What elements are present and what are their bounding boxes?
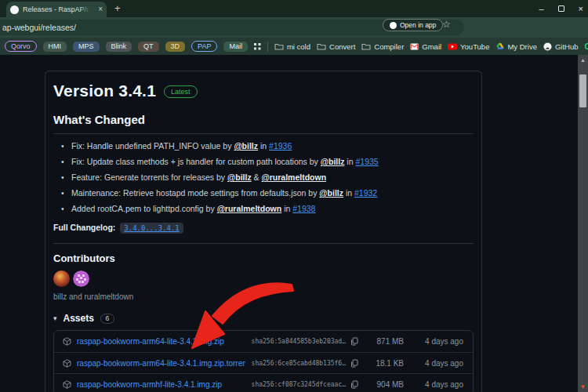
asset-age: 4 days ago [404, 380, 463, 389]
package-icon [63, 380, 74, 389]
asset-size: 18.1 KB [363, 359, 404, 368]
release-card: Version 3.4.1 Latest What's Changed Fix:… [45, 71, 482, 392]
folder-icon [317, 42, 326, 50]
contributors-heading: Contributors [53, 252, 474, 264]
asset-sha: sha256:cf087c3245dfceaac… [245, 381, 346, 388]
bookmarks-divider [267, 42, 268, 52]
caret-down-icon: ▾ [53, 314, 57, 322]
folder-icon [361, 42, 371, 50]
browser-toolbar: ap-webgui/releases/ Open in app ☆ ⋮ [0, 17, 588, 38]
page-content: Version 3.4.1 Latest What's Changed Fix:… [0, 55, 588, 392]
scrollbar-down-icon[interactable]: ▼ [578, 383, 588, 390]
bookmark-assembly[interactable]: C Assembly [585, 42, 588, 51]
changelog-item: Maintenance: Retrieve hostapd mode setti… [61, 188, 474, 198]
whats-changed-heading: What's Changed [53, 113, 474, 134]
contributor-avatar-billz[interactable] [53, 270, 70, 287]
changelog-item: Fix: Handle undefined PATH_INFO value by… [61, 141, 474, 151]
tab-group-qt[interactable]: QT [138, 42, 159, 52]
contributor-names: billz and ruralmeltdown [53, 292, 474, 301]
package-icon [63, 337, 74, 346]
tab-group-pap[interactable]: PAP [191, 41, 217, 52]
assets-count-badge: 6 [100, 314, 114, 324]
asset-sha: sha256:5a844585b3eb203ad… [245, 338, 346, 345]
tab-close-icon[interactable]: × [98, 5, 103, 13]
scrollbar-thumb[interactable] [579, 74, 586, 107]
github-icon [543, 42, 552, 51]
changelog-list: Fix: Handle undefined PATH_INFO value by… [53, 141, 474, 213]
bookmark-youtube[interactable]: YouTube [448, 42, 489, 51]
changelog-item: Fix: Update class methods + js handler f… [61, 157, 474, 166]
release-title: Version 3.4.1 [53, 82, 156, 100]
open-in-app-label: Open in app [400, 21, 436, 29]
folder-icon [274, 42, 284, 50]
full-changelog-label: Full Changelog: [53, 223, 115, 232]
bookmark-github[interactable]: GitHub [543, 42, 579, 51]
bookmark-gmail[interactable]: Gmail [410, 42, 441, 51]
assembly-icon: C [585, 42, 588, 51]
release-footer: Contributors billz and ruralmeltdown ▾ A… [53, 243, 474, 392]
bookmark-grid-icon[interactable] [254, 43, 261, 50]
gmail-icon [410, 43, 419, 50]
contributor-avatar-ruralmeltdown[interactable] [73, 270, 89, 287]
asset-row: raspap-bookworm-armhf-lite-3.4.1.img.zip… [54, 373, 473, 392]
asset-link[interactable]: raspap-bookworm-armhf-lite-3.4.1.img.zip [77, 380, 245, 389]
asset-row: raspap-bookworm-arm64-lite-3.4.1.img.zip… [54, 331, 473, 352]
scrollbar-up-icon[interactable]: ▲ [578, 57, 588, 63]
bookmark-folder-convert[interactable]: Convert [317, 42, 355, 51]
copy-icon[interactable] [346, 359, 363, 368]
copy-icon[interactable] [346, 380, 363, 389]
browser-tab[interactable]: Releases - RaspAP/raspap-web × [6, 2, 107, 17]
window-close-button[interactable]: × [579, 5, 583, 13]
github-icon [390, 22, 397, 29]
github-favicon [10, 5, 19, 14]
assets-heading: Assets [64, 313, 94, 324]
package-icon [63, 359, 74, 368]
url-text: ap-webgui/releases/ [2, 23, 76, 32]
bookmark-folder-compiler[interactable]: Compiler [361, 42, 404, 51]
bookmarks-bar: Qorvo HMI MPS Blink QT 3D PAP Mail mi co… [0, 38, 588, 55]
changelog-item: Feature: Generate torrents for releases … [61, 172, 474, 182]
bookmark-my-drive[interactable]: My Drive [495, 42, 536, 51]
open-in-app-button[interactable]: Open in app [383, 19, 443, 31]
bookmark-folder-mi-cold[interactable]: mi cold [274, 42, 310, 51]
asset-size: 904 MB [363, 380, 404, 389]
window-maximize-button[interactable] [558, 5, 564, 12]
bookmark-star-icon[interactable]: ☆ [442, 19, 451, 30]
asset-age: 4 days ago [404, 337, 463, 346]
changelog-item: Added rootCA.pem to lighttpd.config by @… [61, 204, 474, 213]
assets-table: raspap-bookworm-arm64-lite-3.4.1.img.zip… [53, 330, 474, 392]
tab-group-qorvo[interactable]: Qorvo [5, 41, 37, 52]
asset-age: 4 days ago [404, 359, 463, 368]
asset-sha: sha256:6ce85cabd48b135f6… [245, 360, 346, 367]
tab-group-mail[interactable]: Mail [223, 42, 248, 52]
copy-icon[interactable] [346, 337, 363, 346]
page-scrollbar[interactable]: ▲ ▼ [578, 55, 588, 392]
tab-group-mps[interactable]: MPS [73, 42, 100, 52]
latest-badge: Latest [164, 85, 198, 98]
tab-title: Releases - RaspAP/raspap-web [23, 5, 90, 13]
youtube-icon [448, 43, 457, 50]
drive-icon [495, 42, 504, 50]
assets-toggle[interactable]: ▾ Assets 6 [53, 313, 474, 324]
tab-group-3d[interactable]: 3D [165, 42, 186, 52]
compare-link[interactable]: 3.4.0...3.4.1 [120, 223, 183, 234]
tab-group-hmi[interactable]: HMI [43, 42, 67, 52]
new-tab-button[interactable]: + [114, 2, 121, 14]
asset-row: raspap-bookworm-arm64-lite-3.4.1.img.zip… [54, 352, 473, 373]
asset-link[interactable]: raspap-bookworm-arm64-lite-3.4.1.img.zip [77, 337, 245, 346]
tab-strip: Releases - RaspAP/raspap-web × + – × [0, 0, 588, 17]
asset-size: 871 MB [363, 337, 404, 346]
asset-link[interactable]: raspap-bookworm-arm64-lite-3.4.1.img.zip… [77, 359, 245, 368]
window-minimize-button[interactable]: – [539, 5, 543, 13]
tab-group-blink[interactable]: Blink [106, 42, 132, 52]
